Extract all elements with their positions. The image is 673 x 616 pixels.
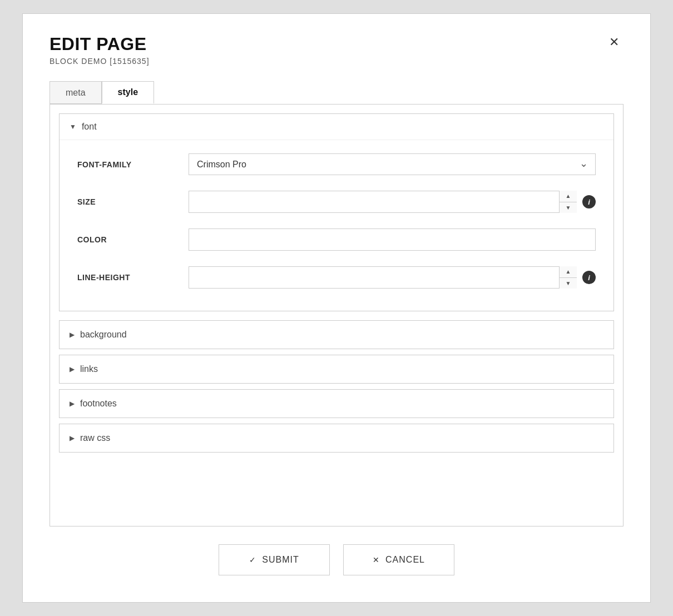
background-section: ▶ background xyxy=(59,320,614,349)
font-family-input-wrap: Crimson Pro Arial Georgia Helvetica Time… xyxy=(189,153,596,175)
links-section: ▶ links xyxy=(59,355,614,384)
raw-css-section-label: raw css xyxy=(80,433,110,443)
size-decrement-button[interactable]: ▼ xyxy=(560,202,577,213)
background-section-label: background xyxy=(80,330,127,340)
expand-arrow-icon: ▶ xyxy=(70,365,75,373)
background-section-header[interactable]: ▶ background xyxy=(60,321,613,349)
font-family-select[interactable]: Crimson Pro Arial Georgia Helvetica Time… xyxy=(189,153,596,175)
font-section-header[interactable]: ▼ font xyxy=(60,114,613,140)
font-section-label: font xyxy=(82,122,97,132)
font-family-label: FONT-FAMILY xyxy=(77,160,189,169)
expand-arrow-icon: ▶ xyxy=(70,434,75,442)
raw-css-section: ▶ raw css xyxy=(59,424,614,453)
line-height-row: LINE-HEIGHT ▲ ▼ i xyxy=(77,266,596,289)
size-row: SIZE ▲ ▼ i xyxy=(77,191,596,213)
footnotes-section-header[interactable]: ▶ footnotes xyxy=(60,390,613,418)
expand-arrow-icon: ▶ xyxy=(70,400,75,408)
footnotes-section-label: footnotes xyxy=(80,399,117,409)
line-height-decrement-button[interactable]: ▼ xyxy=(560,278,577,289)
size-increment-button[interactable]: ▲ xyxy=(560,191,577,202)
collapse-arrow-icon: ▼ xyxy=(70,123,76,131)
size-input-wrap: ▲ ▼ i xyxy=(189,191,596,213)
raw-css-section-header[interactable]: ▶ raw css xyxy=(60,424,613,452)
footnotes-section: ▶ footnotes xyxy=(59,389,614,418)
submit-icon: ✓ xyxy=(249,555,256,564)
size-spin-buttons: ▲ ▼ xyxy=(559,191,577,213)
font-section: ▼ font FONT-FAMILY Crimson Pro Arial Geo… xyxy=(59,113,614,311)
tab-style[interactable]: style xyxy=(102,81,154,104)
line-height-info-icon[interactable]: i xyxy=(582,271,596,284)
title-area: EDIT PAGE BLOCK DEMO [1515635] xyxy=(50,34,150,66)
font-family-select-wrapper: Crimson Pro Arial Georgia Helvetica Time… xyxy=(189,153,596,175)
cancel-button[interactable]: ✕ CANCEL xyxy=(343,544,454,575)
size-label: SIZE xyxy=(77,197,189,206)
links-section-label: links xyxy=(80,364,98,374)
color-input[interactable] xyxy=(189,228,596,251)
size-info-icon[interactable]: i xyxy=(582,195,596,208)
color-input-wrap xyxy=(189,228,596,251)
size-input-wrapper: ▲ ▼ xyxy=(189,191,577,213)
cancel-icon: ✕ xyxy=(373,555,380,564)
submit-button[interactable]: ✓ SUBMIT xyxy=(219,544,330,575)
size-input[interactable] xyxy=(189,191,577,213)
color-label: COLOR xyxy=(77,235,189,244)
expand-arrow-icon: ▶ xyxy=(70,331,75,339)
font-family-row: FONT-FAMILY Crimson Pro Arial Georgia He… xyxy=(77,153,596,175)
submit-label: SUBMIT xyxy=(262,555,299,565)
font-section-body: FONT-FAMILY Crimson Pro Arial Georgia He… xyxy=(60,140,613,311)
tab-meta[interactable]: meta xyxy=(50,81,102,104)
dialog-subtitle: BLOCK DEMO [1515635] xyxy=(50,57,150,66)
cancel-label: CANCEL xyxy=(385,555,425,565)
dialog-title: EDIT PAGE xyxy=(50,34,150,54)
links-section-header[interactable]: ▶ links xyxy=(60,355,613,383)
dialog-header: EDIT PAGE BLOCK DEMO [1515635] ✕ xyxy=(50,34,623,66)
close-button[interactable]: ✕ xyxy=(605,34,623,51)
edit-page-dialog: EDIT PAGE BLOCK DEMO [1515635] ✕ meta st… xyxy=(22,13,651,603)
content-area: ▼ font FONT-FAMILY Crimson Pro Arial Geo… xyxy=(50,104,623,526)
color-row: COLOR xyxy=(77,228,596,251)
line-height-label: LINE-HEIGHT xyxy=(77,273,189,282)
dialog-footer: ✓ SUBMIT ✕ CANCEL xyxy=(50,544,623,580)
line-height-input[interactable] xyxy=(189,266,577,289)
line-height-spin-buttons: ▲ ▼ xyxy=(559,266,577,289)
line-height-input-wrapper: ▲ ▼ xyxy=(189,266,577,289)
line-height-increment-button[interactable]: ▲ xyxy=(560,266,577,278)
tabs: meta style xyxy=(50,81,623,104)
line-height-input-wrap: ▲ ▼ i xyxy=(189,266,596,289)
